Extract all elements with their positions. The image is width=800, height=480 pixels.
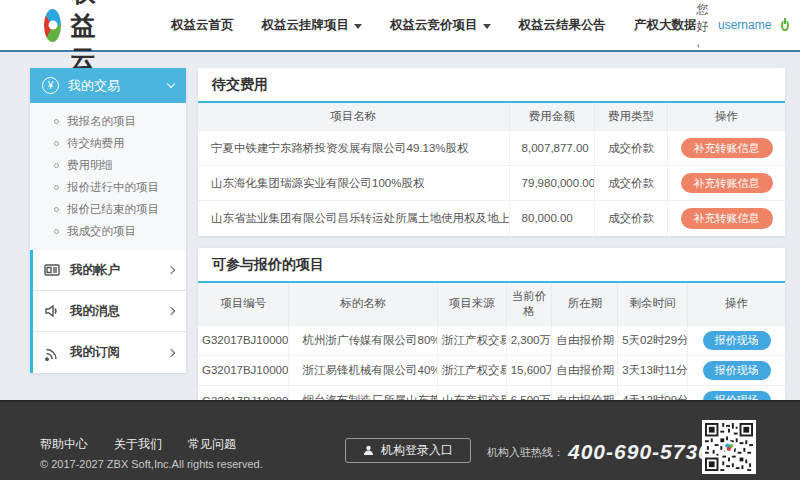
phase-cell: 自由报价期 — [552, 325, 618, 355]
hotline-label: 机构入驻热线： — [487, 445, 564, 460]
column-header: 操作 — [668, 103, 785, 131]
main-nav: 权益云首页 权益云挂牌项目 权益云竞价项目 权益云结果公告 产权大数据 — [171, 17, 697, 34]
project-name-cell: 山东省盐业集团有限公司昌乐转运处所属土地使用权及地上建筑物 — [198, 201, 509, 236]
footer: 帮助中心 关于我们 常见问题 © 2017-2027 ZBX Soft,Inc.… — [0, 400, 800, 480]
fee-type-cell: 成交价款 — [594, 131, 667, 166]
nav-label: 权益云挂牌项目 — [262, 17, 350, 34]
nav-item-home[interactable]: 权益云首页 — [171, 17, 234, 34]
column-header: 费用金额 — [509, 103, 594, 131]
supplement-transfer-info-button[interactable]: 补充转账信息 — [681, 208, 773, 228]
target-name-cell: 杭州浙广传媒有限公司80%股权 — [289, 325, 438, 355]
table-row: G32017BJ1000063 杭州浙广传媒有限公司80%股权 浙江产权交易所 … — [198, 325, 785, 355]
bullet-icon — [54, 207, 59, 212]
org-login-label: 机构登录入口 — [381, 442, 453, 459]
hotline: 机构入驻热线： 400-690-5730 — [487, 440, 711, 464]
fee-amount-cell: 8,007,877.00 — [509, 131, 594, 166]
person-icon — [363, 445, 374, 456]
top-header: 权益云 权益云首页 权益云挂牌项目 权益云竞价项目 权益云结果公告 产权大数据 … — [0, 0, 800, 52]
nav-label: 权益云结果公告 — [519, 17, 607, 34]
table-row: 宁夏中铁建宁东路桥投资发展有限公司49.13%股权 8,007,877.00 成… — [198, 131, 785, 166]
username-link[interactable]: username — [718, 18, 771, 32]
copyright-text: © 2017-2027 ZBX Soft,Inc.All rights rese… — [40, 458, 263, 470]
sidebar-item-bidding-in-progress[interactable]: 报价进行中的项目 — [30, 176, 186, 198]
sidebar-item-registered-projects[interactable]: 我报名的项目 — [30, 110, 186, 132]
sidebar-item-closed-deals[interactable]: 我成交的项目 — [30, 220, 186, 242]
bullet-icon — [54, 141, 59, 146]
target-name-cell: 浙江易锋机械有限公司40%股权 — [289, 355, 438, 385]
chevron-right-icon — [167, 348, 175, 356]
remaining-time-cell: 5天02时29分 — [618, 325, 688, 355]
sidebar-item-my-messages[interactable]: 我的消息 — [33, 291, 186, 332]
sidebar-sections: 我的帐户 我的消息 我的订阅 — [30, 250, 186, 373]
column-header: 费用类型 — [594, 103, 667, 131]
sidebar: ¥ 我的交易 我报名的项目 待交纳费用 费用明细 报价进行中的项目 — [30, 68, 186, 373]
logo[interactable]: 权益云 — [44, 0, 113, 75]
sidebar-sub-label: 我成交的项目 — [67, 224, 136, 239]
panel-title: 待交费用 — [198, 68, 785, 103]
bidding-room-button[interactable]: 报价现场 — [703, 361, 771, 380]
column-header: 剩余时间 — [618, 283, 688, 326]
phase-cell: 自由报价期 — [552, 355, 618, 385]
hotline-number: 400-690-5730 — [568, 440, 711, 464]
yen-icon: ¥ — [42, 77, 59, 94]
bullet-icon — [54, 119, 59, 124]
bidding-room-button[interactable]: 报价现场 — [703, 331, 771, 350]
column-header: 当前价格 — [506, 283, 552, 326]
sidebar-section-label: 我的帐户 — [70, 262, 120, 279]
footer-link-help-center[interactable]: 帮助中心 — [40, 436, 88, 453]
nav-label: 权益云首页 — [171, 17, 234, 34]
nav-item-big-data[interactable]: 产权大数据 — [634, 17, 697, 34]
column-header: 项目来源 — [437, 283, 506, 326]
sidebar-item-my-trades[interactable]: ¥ 我的交易 — [30, 68, 186, 103]
sidebar-submenu: 我报名的项目 待交纳费用 费用明细 报价进行中的项目 报价已结束的项目 我成交的… — [30, 103, 186, 250]
bullet-icon — [54, 229, 59, 234]
fee-amount-cell: 79,980,000.00 — [509, 166, 594, 201]
column-header: 操作 — [688, 283, 785, 326]
bullet-icon — [54, 185, 59, 190]
logo-icon — [44, 9, 61, 42]
nav-label: 权益云竞价项目 — [390, 17, 478, 34]
table-row: 山东海化集团瑞源实业有限公司100%股权 79,980,000.00 成交价款 … — [198, 166, 785, 201]
nav-label: 产权大数据 — [634, 17, 697, 34]
sidebar-sub-label: 报价进行中的项目 — [67, 180, 159, 195]
dropdown-arrow-icon — [483, 24, 491, 29]
user-area: 您好 , username — [697, 1, 789, 49]
org-login-button[interactable]: 机构登录入口 — [345, 438, 471, 463]
qr-code — [702, 420, 756, 474]
sidebar-item-bidding-ended[interactable]: 报价已结束的项目 — [30, 198, 186, 220]
supplement-transfer-info-button[interactable]: 补充转账信息 — [681, 138, 773, 158]
footer-link-faq[interactable]: 常见问题 — [188, 436, 236, 453]
nav-item-auction-projects[interactable]: 权益云竞价项目 — [390, 17, 491, 34]
sidebar-item-pending-fees[interactable]: 待交纳费用 — [30, 132, 186, 154]
logo-text: 权益云 — [70, 0, 113, 75]
project-name-cell: 宁夏中铁建宁东路桥投资发展有限公司49.13%股权 — [198, 131, 509, 166]
sidebar-sub-label: 待交纳费用 — [67, 136, 125, 151]
logout-icon[interactable] — [781, 20, 789, 31]
sidebar-item-fee-details[interactable]: 费用明细 — [30, 154, 186, 176]
column-header: 标的名称 — [289, 283, 438, 326]
id-card-icon — [44, 262, 60, 278]
table-row: G32017BJ1000058 浙江易锋机械有限公司40%股权 浙江产权交易所 … — [198, 355, 785, 385]
table-header-row: 项目编号 标的名称 项目来源 当前价格 所在期 剩余时间 操作 — [198, 283, 785, 326]
dropdown-arrow-icon — [354, 24, 362, 29]
sidebar-section-label: 我的订阅 — [70, 344, 120, 361]
sidebar-item-my-subscriptions[interactable]: 我的订阅 — [33, 332, 186, 373]
project-name-cell: 山东海化集团瑞源实业有限公司100%股权 — [198, 166, 509, 201]
sidebar-item-my-account[interactable]: 我的帐户 — [33, 250, 186, 291]
fee-type-cell: 成交价款 — [594, 201, 667, 236]
nav-item-listing-projects[interactable]: 权益云挂牌项目 — [262, 17, 363, 34]
project-id-cell: G32017BJ1000058 — [198, 355, 289, 385]
sidebar-section-label: 我的消息 — [70, 303, 120, 320]
nav-item-result-announcements[interactable]: 权益云结果公告 — [519, 17, 607, 34]
table-row: 山东省盐业集团有限公司昌乐转运处所属土地使用权及地上建筑物 80,000.00 … — [198, 201, 785, 236]
speaker-icon — [44, 303, 60, 319]
fee-amount-cell: 80,000.00 — [509, 201, 594, 236]
sidebar-sub-label: 我报名的项目 — [67, 114, 136, 129]
supplement-transfer-info-button[interactable]: 补充转账信息 — [681, 173, 773, 193]
footer-link-about-us[interactable]: 关于我们 — [114, 436, 162, 453]
sidebar-main-label: 我的交易 — [68, 77, 120, 95]
source-cell: 浙江产权交易所 — [437, 355, 506, 385]
greeting-text: 您好 , — [697, 1, 712, 49]
footer-links: 帮助中心 关于我们 常见问题 — [40, 436, 236, 453]
source-cell: 浙江产权交易所 — [437, 325, 506, 355]
